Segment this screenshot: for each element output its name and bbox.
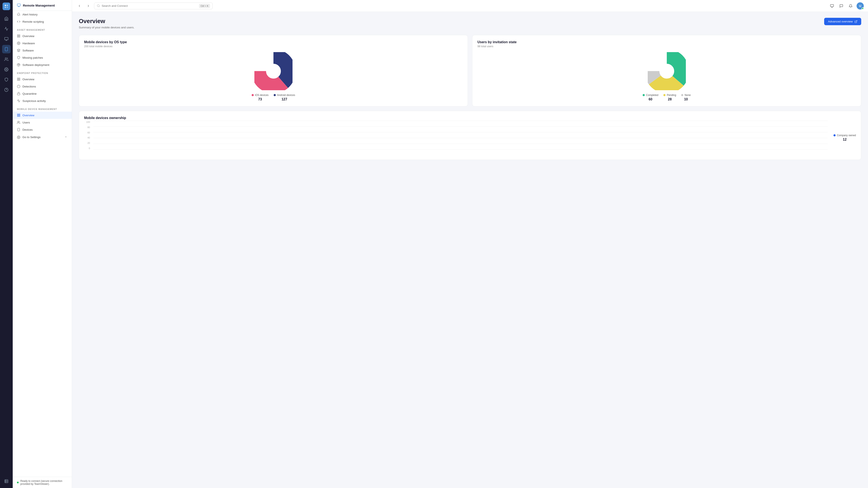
svg-point-9 [5, 58, 6, 59]
sidebar-item-missing-patches[interactable]: Missing patches [13, 54, 72, 61]
none-dot [681, 94, 683, 96]
legend-pending: Pending 28 [663, 94, 676, 101]
overview-endpoint-label: Overview [23, 78, 68, 81]
completed-dot [643, 94, 645, 96]
bar-chart-area: 100 80 60 40 20 0 [84, 121, 828, 155]
page-subtitle: Summary of your mobile devices and users… [79, 26, 134, 29]
pie-container-users: Completed 60 Pending 28 [477, 52, 856, 101]
rail-shield-icon[interactable] [2, 75, 10, 84]
code-icon [17, 20, 20, 23]
android-label: Android devices [277, 94, 295, 97]
sidebar-item-overview-mdm[interactable]: Overview [13, 112, 72, 119]
search-input[interactable] [102, 4, 197, 7]
avatar-online-dot [862, 7, 864, 9]
overview-asset-label: Overview [23, 34, 68, 38]
avatar-initial: U [859, 4, 861, 8]
sidebar-header-icon [17, 3, 21, 7]
users-chart-subtitle: 98 total users [477, 45, 856, 48]
rail-gear-icon[interactable] [2, 65, 10, 74]
rail-activity-icon[interactable] [2, 25, 10, 33]
legend-completed: Completed 60 [643, 94, 658, 101]
y-label-80: 80 [88, 126, 90, 128]
page-title-wrap: Overview Summary of your mobile devices … [79, 18, 134, 29]
app-logo[interactable] [3, 3, 10, 10]
content-area: Overview Summary of your mobile devices … [72, 12, 868, 488]
y-label-100: 100 [86, 121, 90, 123]
sidebar-item-remote-scripting[interactable]: Remote scripting [13, 18, 72, 25]
endpoint-protection-label: ENDPOINT PROTECTION [13, 68, 72, 75]
main-wrap: Ctrl + K U Overview Summary of your mobi… [72, 0, 868, 488]
search-bar[interactable]: Ctrl + K [94, 3, 213, 9]
hardware-label: Hardware [23, 42, 68, 45]
forward-button[interactable] [85, 3, 92, 9]
rail-monitor-icon[interactable] [2, 35, 10, 43]
grid-icon-mdm [17, 114, 20, 117]
svg-rect-13 [5, 480, 8, 483]
mobile-os-title: Mobile devices by OS type [84, 40, 463, 44]
svg-rect-17 [18, 4, 21, 6]
monitor-topbar-icon[interactable] [829, 3, 835, 9]
sidebar-item-quarantine[interactable]: Quarantine [13, 90, 72, 97]
missing-patches-label: Missing patches [23, 56, 68, 59]
go-to-settings-label: Go to Settings [23, 135, 62, 139]
rail-home-icon[interactable] [2, 14, 10, 23]
svg-rect-29 [19, 78, 20, 79]
sidebar-item-devices[interactable]: Devices [13, 126, 72, 133]
company-owned-count: 12 [843, 138, 847, 142]
sidebar-item-detections[interactable]: Detections [13, 83, 72, 90]
back-button[interactable] [76, 3, 83, 9]
rail-users-icon[interactable] [2, 55, 10, 64]
sidebar-item-software-deployment[interactable]: Software deployment [13, 61, 72, 68]
rail-table-icon[interactable] [2, 477, 10, 485]
pie-center [267, 65, 280, 78]
rail-mobile-icon[interactable] [2, 45, 10, 53]
sidebar-item-go-to-settings[interactable]: Go to Settings [13, 133, 72, 141]
svg-point-40 [18, 121, 19, 122]
pie-chart-os [254, 52, 292, 90]
none-count: 10 [684, 97, 688, 101]
sidebar-item-users[interactable]: Users [13, 119, 72, 126]
software-label: Software [23, 49, 68, 52]
page-header: Overview Summary of your mobile devices … [79, 18, 861, 29]
bar-chart-legend: Company owned 12 [832, 121, 856, 155]
svg-rect-31 [18, 80, 19, 81]
advanced-overview-button[interactable]: Advanced overview [824, 18, 861, 25]
svg-rect-21 [19, 35, 20, 36]
package-icon [17, 63, 20, 66]
pending-label: Pending [667, 94, 676, 97]
sidebar-item-alert-history[interactable]: Alert history [13, 11, 72, 18]
sidebar-item-hardware[interactable]: Hardware [13, 40, 72, 47]
sidebar-item-overview-endpoint[interactable]: Overview [13, 75, 72, 83]
activity-icon [17, 99, 20, 102]
chat-topbar-icon[interactable] [838, 3, 845, 9]
page-title: Overview [79, 18, 134, 25]
avatar[interactable]: U [857, 2, 864, 9]
sidebar-item-suspicious-activity[interactable]: Suspicious activity [13, 97, 72, 104]
status-text: Ready to connect (secure connection prov… [20, 480, 68, 485]
svg-rect-1 [7, 5, 8, 6]
y-label-60: 60 [88, 131, 90, 134]
svg-point-45 [97, 5, 99, 7]
alert-history-label: Alert history [23, 13, 68, 16]
y-label-20: 20 [88, 142, 90, 144]
legend-none: None 10 [681, 94, 691, 101]
overview-mdm-label: Overview [23, 114, 68, 117]
bell-topbar-icon[interactable] [847, 3, 854, 9]
sidebar-item-overview-asset[interactable]: Overview [13, 32, 72, 40]
bar-chart-wrap: 100 80 60 40 20 0 [84, 121, 856, 155]
sidebar-header-label: Remote Management [23, 4, 55, 7]
suspicious-activity-label: Suspicious activity [23, 99, 68, 102]
status-dot [17, 482, 19, 483]
software-deployment-label: Software deployment [23, 63, 68, 66]
icon-rail [0, 0, 13, 488]
sidebar-item-software[interactable]: Software [13, 47, 72, 54]
detections-label: Detections [23, 85, 68, 88]
y-label-0: 0 [89, 147, 90, 150]
ownership-title: Mobile devices ownership [84, 116, 856, 120]
svg-rect-30 [19, 80, 20, 81]
rail-help-icon[interactable] [2, 86, 10, 94]
card-users: Users by invitation state 98 total users [472, 35, 861, 106]
grid-icon-asset [17, 34, 20, 38]
svg-rect-38 [19, 116, 20, 117]
chevron-left-icon [78, 4, 81, 8]
